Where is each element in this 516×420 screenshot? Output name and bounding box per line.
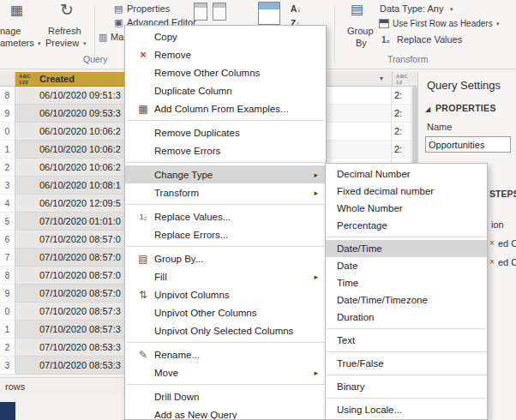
filter-dropdown-icon[interactable]: ▾ [380,72,383,86]
submenu-arrow-icon: ▸ [314,189,318,197]
replace-values-icon: 1₂ [381,35,390,45]
third-column-header[interactable]: ABC12 [392,72,417,87]
step-delete-icon[interactable]: × [489,238,495,248]
menu-item-transform[interactable]: Transform▸ [125,183,326,201]
submenu-item-decimal-number[interactable]: Decimal Number [326,165,487,183]
menu-item-copy[interactable]: Copy [125,27,326,45]
menu-item-drill-down[interactable]: Drill Down [125,387,326,405]
menu-item-rename[interactable]: ✎Rename... [125,345,326,363]
replace-values-icon: 1₂ [132,213,154,221]
step-delete-icon[interactable]: × [489,257,495,267]
manage-parameters-button-line2[interactable]: ameters [0,38,34,48]
remove-icon: × [132,49,154,60]
power-query-editor-window: ▦ nage ameters ▾ ↻ Refresh Preview ▾ ▤ P… [0,0,516,420]
submenu-item-true-false[interactable]: True/False [326,355,487,372]
submenu-item-date-time-timezone[interactable]: Date/Time/Timezone [326,291,487,309]
submenu-arrow-icon: ▸ [314,171,318,179]
unpivot-icon: ⇅ [132,290,154,300]
refresh-preview-icon[interactable]: ↻ [60,2,74,18]
ribbon-separator [334,5,335,62]
menu-item-remove-duplicates[interactable]: Remove Duplicates [125,123,326,141]
submenu-item-using-locale[interactable]: Using Locale... [326,401,487,418]
third-column-cell[interactable]: 2: [392,87,411,105]
menu-item-group-by[interactable]: ▤Group By... [125,249,326,267]
third-column-cell[interactable]: 2: [392,141,411,159]
query-name-input[interactable] [425,136,511,153]
group-by-button-line2[interactable]: By [356,38,367,48]
submenu-item-percentage[interactable]: Percentage [326,217,487,234]
use-first-row-button[interactable]: Use First Row as Headers [393,19,493,28]
query-group-label: Query [83,54,108,64]
submenu-item-date-time[interactable]: Date/Time [326,240,487,257]
applied-step-item[interactable]: ed Col [498,238,516,249]
column-type-icon[interactable]: ABC123 [19,74,31,85]
menu-item-label: Copy [154,32,177,42]
third-column-cell[interactable]: 2: [392,105,411,123]
menu-item-label: Replace Errors... [154,230,228,240]
menu-item-label: Remove Duplicates [154,128,240,138]
properties-button[interactable]: Properties [127,3,170,14]
menu-item-unpivot-columns[interactable]: ⇅Unpivot Columns [125,285,326,303]
column-type-icon[interactable]: ABC12 [396,74,408,85]
third-column-cell[interactable]: 2: [392,123,411,141]
remove-columns-icon[interactable] [213,3,226,21]
add-column-icon: ▦ [132,104,154,114]
group-by-button[interactable]: Group [347,26,374,36]
submenu-item-duration[interactable]: Duration [326,309,487,326]
data-type-button[interactable]: Data Type: Any [380,3,443,14]
properties-expander-icon[interactable]: ◢ [425,105,430,113]
submenu-item-whole-number[interactable]: Whole Number [326,200,487,217]
menu-item-move[interactable]: Move▸ [125,363,326,381]
replace-values-button[interactable]: Replace Values [397,34,462,45]
menu-item-label: Remove Other Columns [154,68,260,78]
menu-item-remove-other-columns[interactable]: Remove Other Columns [125,63,326,81]
group-by-icon: ▤ [132,254,154,264]
menu-separator [126,246,325,247]
menu-item-change-type[interactable]: Change Type▸ [125,165,326,183]
row-number: 6 [0,231,15,249]
row-number: 1 [0,321,15,339]
manage-parameters-button[interactable]: nage [0,26,21,36]
choose-columns-icon[interactable] [194,3,207,21]
menu-item-replace-errors[interactable]: Replace Errors... [125,225,326,243]
menu-item-label: Remove Errors [154,146,220,156]
menu-item-fill[interactable]: Fill▸ [125,267,326,285]
manage-parameters-icon[interactable]: ▦ [10,3,23,17]
menu-separator [327,398,486,399]
menu-item-remove-errors[interactable]: Remove Errors [125,141,326,159]
sort-ascending-icon[interactable]: A↓ [291,4,301,14]
refresh-preview-button-line2[interactable]: Preview [45,38,79,48]
menu-item-add-as-new-query[interactable]: Add as New Query [125,405,326,420]
menu-item-remove[interactable]: ×Remove [125,45,326,63]
properties-section-label: PROPERTIES [435,103,496,113]
rename-icon: ✎ [132,350,154,360]
menu-item-add-column-from-examples[interactable]: ▦Add Column From Examples... [125,99,326,117]
menu-separator [126,342,325,343]
menu-separator [327,237,486,237]
keep-rows-icon[interactable] [258,2,280,25]
submenu-item-binary[interactable]: Binary [326,378,487,395]
menu-item-label: Change Type [154,170,213,180]
row-number: 9 [0,105,15,123]
name-label: Name [427,122,452,132]
applied-step-item[interactable]: ion [491,219,504,230]
menu-item-label: Replace Values... [154,212,231,222]
submenu-item-time[interactable]: Time [326,274,487,291]
submenu-item-date[interactable]: Date [326,257,487,274]
submenu-arrow-icon: ▸ [314,273,318,281]
menu-item-unpivot-only-selected[interactable]: Unpivot Only Selected Columns [125,321,326,339]
row-number: 9 [0,285,15,303]
row-number: 5 [0,213,15,231]
menu-separator [126,120,325,121]
menu-item-label: Unpivot Columns [154,290,230,300]
row-number: 2 [0,339,15,357]
menu-item-unpivot-other-columns[interactable]: Unpivot Other Columns [125,303,326,321]
menu-item-duplicate-column[interactable]: Duplicate Column [125,81,326,99]
chevron-down-icon: ▾ [38,40,41,47]
menu-item-replace-values[interactable]: 1₂Replace Values... [125,207,326,225]
applied-step-item[interactable]: ed Col [498,257,516,267]
submenu-item-text[interactable]: Text [326,332,487,349]
query-settings-title: Query Settings [427,79,501,92]
submenu-item-fixed-decimal[interactable]: Fixed decimal number [326,183,487,200]
refresh-preview-button[interactable]: Refresh [48,26,81,36]
